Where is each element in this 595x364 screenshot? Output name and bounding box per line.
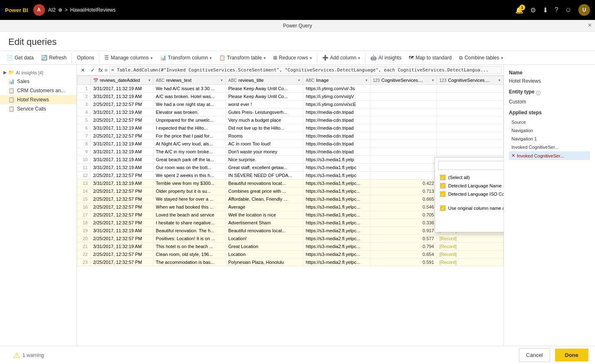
step-item[interactable]: ✕Invoked CognitiveSer... bbox=[509, 151, 590, 160]
ai-insights-button[interactable]: 🤖 AI insights bbox=[367, 53, 405, 62]
get-data-button[interactable]: 📄 Get data bbox=[3, 53, 37, 62]
dropdown-search-input[interactable] bbox=[438, 161, 504, 170]
profile-avatar[interactable]: U bbox=[578, 4, 590, 16]
row-num-cell: 13 bbox=[77, 180, 91, 187]
step-label: Invoked CognitiveSer... bbox=[511, 145, 558, 150]
dropdown-item-lang-name[interactable]: ✓ Detected Language Name bbox=[438, 182, 504, 190]
table-row: 222/25/2017, 12:32:57 PMClean room, old … bbox=[77, 251, 504, 258]
date-filter-btn[interactable]: ▾ bbox=[148, 78, 151, 82]
date-cell: 2/25/2017, 12:32:57 PM bbox=[91, 211, 153, 219]
record-cell[interactable]: [Record] bbox=[437, 235, 503, 243]
image-cell: https://s3-media2.fl.yelpc... bbox=[303, 243, 370, 251]
breadcrumb-sep: > bbox=[65, 7, 68, 13]
formula-confirm-button[interactable]: ✓ bbox=[89, 66, 97, 74]
step-item[interactable]: Navigation bbox=[509, 126, 590, 135]
download-icon[interactable]: ⬇ bbox=[543, 6, 548, 14]
title-cell: Gutes Preis- Leistungsverh... bbox=[226, 108, 303, 116]
options-button[interactable]: Options bbox=[74, 53, 97, 62]
combine-tables-button[interactable]: ⧉ Combine tables ▾ bbox=[456, 53, 506, 62]
image-cell: https://media-cdn.tripad bbox=[303, 148, 370, 156]
step-item[interactable]: Invoked CognitiveSer... bbox=[509, 143, 590, 151]
lang-iso-checkbox[interactable]: ✓ bbox=[440, 191, 446, 197]
transform-table-chevron: ▾ bbox=[264, 56, 266, 60]
map-to-standard-button[interactable]: 🗺 Map to standard bbox=[405, 53, 455, 62]
transform-column-button[interactable]: 📊 Transform column ▾ bbox=[157, 53, 215, 62]
reduce-rows-icon: ⊞ bbox=[273, 55, 277, 61]
column-select-dropdown: ✓ (Select all) ✓ Detected Language Name … bbox=[435, 157, 504, 232]
score-cell bbox=[370, 132, 437, 140]
select-all-checkbox[interactable]: ✓ bbox=[440, 175, 446, 180]
expand-icon: ▶ bbox=[3, 70, 7, 75]
done-button[interactable]: Done bbox=[555, 349, 589, 362]
col-header-title[interactable]: ABC reviews_title ▾ bbox=[226, 76, 303, 85]
smile-icon[interactable]: ☺ bbox=[565, 6, 572, 14]
transform-table-button[interactable]: 📋 Transform table ▾ bbox=[216, 53, 269, 62]
step-item[interactable]: Navigation 1 bbox=[509, 135, 590, 143]
cog1-filter-btn[interactable]: ▾ bbox=[432, 78, 434, 82]
sidebar-item-service-calls[interactable]: 📋 Service Calls bbox=[0, 104, 77, 113]
record-cell[interactable] bbox=[437, 132, 503, 140]
row-num-cell: 21 bbox=[77, 243, 91, 251]
info-icon[interactable]: ⓘ bbox=[536, 90, 541, 96]
image-filter-btn[interactable]: ▾ bbox=[365, 78, 368, 82]
help-icon[interactable]: ? bbox=[555, 6, 558, 14]
title-cell: Beautiful renovations locat... bbox=[226, 180, 303, 187]
score-cell: 0.591 bbox=[370, 258, 437, 266]
dropdown-select-all[interactable]: ✓ (Select all) bbox=[438, 173, 504, 182]
use-prefix-checkbox[interactable]: ✓ bbox=[440, 205, 446, 211]
steps-list: SourceNavigationNavigation 1Invoked Cogn… bbox=[509, 118, 590, 160]
sidebar-section-ai[interactable]: ▶ 📁 AI insights [4] bbox=[0, 68, 77, 77]
status-cancel-button[interactable]: Cancel bbox=[519, 348, 550, 362]
sidebar-item-hotel-reviews[interactable]: 📋 Hotel Reviews bbox=[0, 95, 77, 104]
date-cell: 2/25/2017, 12:32:57 PM bbox=[91, 132, 153, 140]
col-header-image[interactable]: ABC Image ▾ bbox=[303, 76, 370, 85]
title-filter-btn[interactable]: ▾ bbox=[298, 78, 300, 82]
title-cell: Location! bbox=[226, 235, 303, 243]
record-cell[interactable] bbox=[437, 140, 503, 148]
record-cell[interactable] bbox=[437, 116, 503, 124]
col-header-cog1[interactable]: 123 CognitiveServices.... ▾ bbox=[370, 76, 437, 85]
record-cell[interactable]: [Record] bbox=[437, 258, 503, 266]
lang-name-checkbox[interactable]: ✓ bbox=[440, 183, 446, 189]
record-cell[interactable] bbox=[437, 124, 503, 132]
dropdown-item-lang-iso[interactable]: ✓ Detected Language ISO Code bbox=[438, 190, 504, 198]
table-row: 32/25/2017, 12:32:57 PMWe had a one nigh… bbox=[77, 101, 504, 108]
settings-icon[interactable]: ⚙ bbox=[530, 6, 536, 14]
record-cell[interactable]: [Record] bbox=[437, 243, 503, 251]
formula-cancel-button[interactable]: ✕ bbox=[79, 66, 87, 74]
transform-column-icon: 📊 bbox=[160, 55, 166, 61]
notification-icon[interactable]: 🔔 1 bbox=[515, 6, 523, 14]
close-button[interactable]: × bbox=[588, 22, 592, 29]
text-filter-btn[interactable]: ▾ bbox=[221, 78, 223, 82]
user-avatar[interactable]: A bbox=[33, 4, 45, 16]
record-cell[interactable] bbox=[437, 101, 503, 108]
col-header-rownum bbox=[77, 76, 91, 85]
row-num-cell: 6 bbox=[77, 124, 91, 132]
step-item[interactable]: Source bbox=[509, 118, 590, 126]
manage-columns-button[interactable]: ☰ Manage columns ▾ bbox=[101, 53, 156, 62]
breadcrumb-chevron: ⊕ bbox=[58, 7, 62, 13]
col-header-text[interactable]: ABC reviews_text ▾ bbox=[153, 76, 225, 85]
transform-table-icon: 📋 bbox=[219, 55, 225, 61]
record-cell[interactable] bbox=[437, 93, 503, 101]
record-cell[interactable] bbox=[437, 108, 503, 116]
get-data-icon: 📄 bbox=[7, 55, 13, 61]
row-num-cell: 8 bbox=[77, 140, 91, 148]
image-cell: https://s3-media1.fl.yelpc bbox=[303, 164, 370, 172]
add-column-button[interactable]: ➕ Add column ▾ bbox=[319, 53, 363, 62]
col-header-date[interactable]: 📅 reviews_dateAdded ▾ bbox=[91, 76, 153, 85]
col-header-cog2[interactable]: 123 CognitiveServices.... ▾ bbox=[437, 76, 503, 85]
step-error-icon[interactable]: ✕ bbox=[511, 153, 515, 158]
refresh-button[interactable]: 🔄 Refresh bbox=[38, 53, 70, 62]
formula-input[interactable]: = Table.AddColumn(#"Invoked CognitiveSer… bbox=[109, 66, 502, 74]
record-cell[interactable] bbox=[437, 85, 503, 93]
reduce-rows-button[interactable]: ⊞ Reduce rows ▾ bbox=[270, 53, 315, 62]
cog2-filter-btn[interactable]: ▾ bbox=[499, 78, 501, 82]
manage-columns-icon: ☰ bbox=[104, 55, 109, 61]
query-editor: ✕ ✓ fx = = Table.AddColumn(#"Invoked Cog… bbox=[77, 65, 504, 346]
record-cell[interactable] bbox=[437, 148, 503, 156]
sidebar-item-sales[interactable]: 📊 Sales bbox=[0, 77, 77, 86]
record-cell[interactable]: [Record] bbox=[437, 251, 503, 258]
sidebar-item-crm[interactable]: 📋 CRM Customers an... bbox=[0, 86, 77, 95]
title-cell: Location bbox=[226, 251, 303, 258]
